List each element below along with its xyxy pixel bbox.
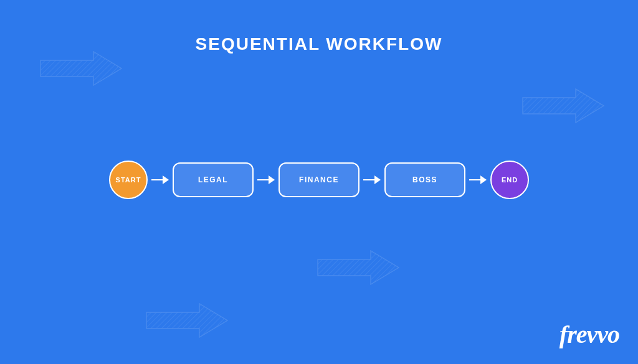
decorative-arrow-icon	[315, 246, 402, 289]
decorative-arrow-icon	[520, 84, 607, 128]
step-label: FINANCE	[299, 175, 339, 184]
workflow-row: START LEGAL FINANCE BOSS END	[0, 161, 638, 199]
arrow-icon	[363, 174, 381, 186]
decorative-arrow-icon	[143, 299, 231, 342]
arrow-icon	[469, 174, 487, 186]
step-node-finance: FINANCE	[279, 162, 359, 197]
step-label: LEGAL	[198, 175, 228, 184]
start-node: START	[109, 161, 148, 199]
brand-logo: frevvo	[559, 320, 619, 349]
start-label: START	[116, 176, 141, 184]
step-node-legal: LEGAL	[173, 162, 254, 197]
decorative-arrow-icon	[37, 47, 125, 90]
arrow-icon	[257, 174, 275, 186]
end-node: END	[490, 161, 529, 199]
step-node-boss: BOSS	[384, 162, 465, 197]
arrow-icon	[151, 174, 169, 186]
end-label: END	[502, 176, 518, 184]
step-label: BOSS	[412, 175, 437, 184]
